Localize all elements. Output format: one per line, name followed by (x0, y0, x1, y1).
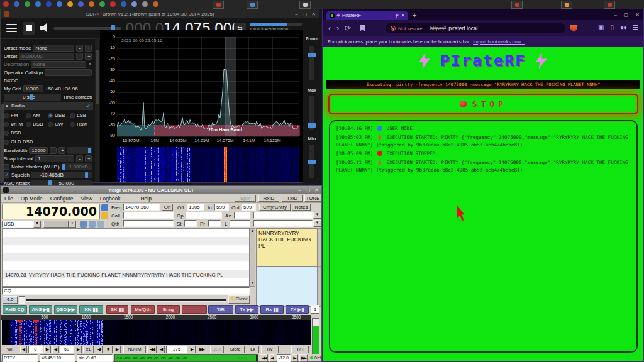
next-icon[interactable]: ▶ (44, 346, 51, 353)
sdrpp-titlebar[interactable]: SDR++Brown v1.2.1-brown (Built at 18:04:… (1, 9, 319, 18)
spectrum-display[interactable]: 2025-10-05 22:05:16 0 -10 -20 -30 -40 -5… (100, 30, 303, 182)
offset-plus-button[interactable]: + (85, 53, 92, 60)
stop-icon[interactable]: ■ (104, 346, 113, 353)
tool-icon[interactable] (97, 221, 104, 228)
qth-input[interactable] (123, 220, 174, 227)
vfo-selection-band[interactable] (225, 37, 236, 136)
macro-button-qso[interactable]: QSO ▶▶ (54, 305, 77, 314)
norm-button[interactable]: NORM (123, 346, 146, 353)
taskbar-tray-icon[interactable] (247, 1, 258, 9)
wf-mode-button[interactable]: WF (3, 346, 18, 353)
rxid-button[interactable]: RxID (258, 195, 279, 202)
taskbar-app-icon[interactable] (89, 1, 94, 7)
tab-cnty-cntry[interactable]: Cnty/Cntry (259, 204, 291, 211)
fldigi-titlebar[interactable]: fldigi ver4.2.03 - NO CALLSIGN SET – ▢ ✕ (1, 186, 321, 194)
next-icon[interactable]: ▶ (75, 346, 82, 353)
fldigi-frequency-display[interactable]: 14070.000 (2, 204, 100, 219)
forward-icon[interactable]: ▶▶ (197, 346, 206, 353)
tab-close-icon[interactable]: ✕ (401, 13, 405, 18)
reverse-button[interactable]: Rv (261, 346, 279, 353)
mode-status[interactable]: RTTY (2, 354, 38, 362)
reading-list-icon[interactable]: ▯ (610, 24, 614, 31)
menu-configure[interactable]: Configure (50, 195, 74, 202)
macro-button-tx2[interactable]: TX ▶▮ (286, 305, 309, 314)
in-input[interactable]: 599 (214, 204, 229, 211)
macro-preview-line[interactable]: CQ (2, 287, 250, 295)
slider-handle[interactable] (30, 94, 33, 100)
menu-op-mode[interactable]: Op Mode (21, 195, 43, 202)
macro-button-meqth[interactable]: Me/Qth (131, 305, 155, 314)
globe-icon[interactable] (101, 204, 108, 211)
import-bookmarks-link[interactable]: Import bookmarks now... (473, 39, 525, 45)
taskbar-tray-icon[interactable] (604, 1, 615, 9)
qsy-button[interactable]: QSY (210, 346, 224, 353)
time-correction-slider[interactable]: 0 sec (4, 94, 61, 101)
minimize-icon[interactable]: – (614, 12, 617, 18)
taskbar-tray-icon[interactable] (299, 1, 311, 9)
pointer-hand-icon[interactable] (101, 212, 108, 219)
macro-button-tr[interactable]: T/R (208, 305, 233, 314)
taskbar-app-icon[interactable] (78, 1, 84, 7)
taskbar-app-icon[interactable] (121, 1, 126, 7)
tx-queue-scrollbar[interactable] (318, 228, 321, 266)
my-grid-input[interactable]: KO80 (23, 85, 43, 92)
mode-dsd[interactable]: DSD (4, 130, 21, 136)
stop-playback-button[interactable] (23, 22, 35, 35)
txid-button[interactable]: TxID (282, 195, 303, 202)
squelch-slider[interactable]: -10.465dB (31, 172, 92, 178)
taskbar-app-icon[interactable] (25, 1, 30, 7)
pr-input[interactable] (208, 220, 221, 227)
taskbar-app-icon[interactable] (14, 1, 19, 7)
brave-shield-icon[interactable] (570, 25, 577, 32)
reload-icon[interactable]: ⟳ (345, 24, 351, 33)
mode-lsb[interactable]: LSB (70, 112, 92, 118)
tool-icon[interactable] (89, 221, 96, 228)
offset-mode-select[interactable]: None (33, 45, 74, 52)
macro-button-brag[interactable]: Brag (157, 305, 180, 314)
minimize-icon[interactable]: – (295, 11, 297, 17)
rewind-icon[interactable]: ◀◀ (260, 354, 268, 362)
noise-blanker-checkbox[interactable] (4, 164, 9, 170)
taskbar-app-icon[interactable] (110, 1, 116, 7)
bandwidth-plus-button[interactable]: + (58, 147, 65, 154)
slider-handle[interactable] (62, 164, 65, 170)
scrollbar-thumb[interactable] (96, 50, 99, 104)
zoom-slider-handle[interactable] (308, 53, 316, 57)
on-button[interactable]: On (162, 204, 173, 211)
chevron-down-icon[interactable]: ▼ (313, 220, 321, 227)
rx-scrollbar[interactable]: ▲ ▼ (250, 228, 255, 287)
rx-text-area[interactable]: 14070.28 YYRYRY HACK THE FUCKING PLANET … (2, 228, 250, 287)
squelch-slider-track[interactable] (26, 299, 226, 302)
url-bar[interactable]: Not secure https:// piraterf.local (386, 23, 565, 33)
taskbar-tray-icon[interactable] (511, 1, 523, 9)
secondary-select[interactable] (43, 221, 69, 228)
radio-module-header[interactable]: ▼ Radio ✓ (3, 102, 93, 110)
mode-dsb[interactable]: DSB (26, 121, 48, 127)
squelch-slider-handle[interactable] (19, 296, 25, 304)
panel-scrollbar[interactable] (95, 38, 99, 182)
tune-button[interactable]: TUNE (304, 195, 321, 202)
mode-raw[interactable]: Raw (70, 121, 92, 127)
taskbar-app-icon[interactable] (46, 1, 52, 7)
next-icon[interactable]: ▶ (114, 346, 121, 353)
mode-select[interactable]: USB (2, 221, 33, 228)
next-icon[interactable]: ▶ (189, 346, 196, 353)
country-select[interactable] (253, 212, 313, 219)
minimize-icon[interactable]: – (298, 187, 301, 193)
prev-icon[interactable]: ◀ (20, 346, 27, 353)
macro-button-blank[interactable] (182, 305, 207, 314)
bookmark-icon[interactable] (360, 25, 365, 31)
left-scrollbar[interactable] (1, 104, 4, 182)
mode-cw[interactable]: CW (48, 121, 70, 127)
call-input[interactable] (123, 212, 174, 219)
stop-button[interactable]: STOP (328, 94, 638, 114)
zoom-x1-button[interactable]: x1 (83, 346, 94, 353)
close-icon[interactable]: ✕ (635, 12, 640, 18)
menu-icon[interactable] (6, 24, 17, 32)
vfo-tuning-line[interactable] (225, 37, 225, 136)
spot-button[interactable]: Spot (235, 195, 256, 202)
macro-button-cq[interactable]: RxID CQ (3, 305, 27, 314)
fldigi-waterfall[interactable] (2, 320, 311, 345)
mode-fm[interactable]: FM (4, 112, 26, 118)
tx-entry-panel[interactable] (256, 266, 318, 307)
